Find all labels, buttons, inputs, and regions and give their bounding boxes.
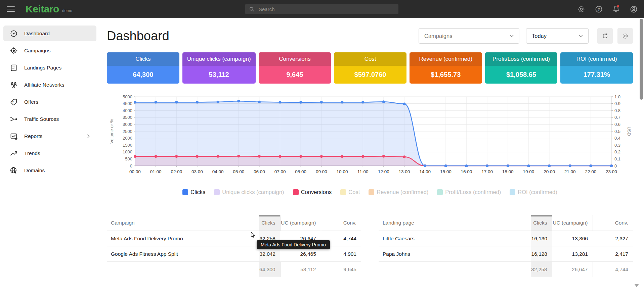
sidebar-item-offers[interactable]: $Offers	[3, 94, 96, 110]
sidebar-item-landings-pages[interactable]: Landings Pages	[3, 60, 96, 76]
conv-value: 2,327	[593, 231, 633, 246]
metric-card-revenue-confirmed[interactable]: Revenue (confirmed)$1,655.73	[410, 52, 482, 84]
search-input[interactable]	[258, 6, 387, 12]
sidebar-item-affiliate-networks[interactable]: Affiliate Networks	[3, 77, 96, 93]
search-icon	[249, 6, 255, 12]
metric-card-conversions[interactable]: Conversions9,645	[259, 52, 331, 84]
legend-swatch	[293, 189, 299, 195]
chart-settings-button[interactable]	[617, 28, 633, 44]
search-box[interactable]	[245, 4, 398, 14]
legend-item-conversions[interactable]: Conversions	[293, 189, 332, 195]
svg-text:18:00: 18:00	[502, 169, 514, 174]
svg-text:04:00: 04:00	[212, 169, 224, 174]
clicks-total: 32,258	[531, 262, 552, 277]
svg-text:22:00: 22:00	[585, 169, 596, 174]
landing-name[interactable]: Papa Johns	[379, 246, 531, 262]
svg-text:1.0: 1.0	[614, 94, 620, 99]
metric-card-clicks[interactable]: Clicks64,300	[107, 52, 179, 84]
clicks-total: 64,300	[259, 262, 280, 277]
conv-total: 4,744	[593, 262, 633, 277]
column-header-conv[interactable]: Conv.	[321, 215, 361, 231]
table-totals-row: 64,300 53,112 9,645	[107, 262, 361, 277]
campaigns-filter-select[interactable]: Campaigns	[419, 28, 519, 44]
sidebar-item-domains[interactable]: Domains	[3, 162, 96, 178]
legend-item-unique-clicks-campaign[interactable]: Unique clicks (campaign)	[214, 189, 284, 195]
legend-label: Unique clicks (campaign)	[222, 189, 284, 195]
sidebar-item-label: Domains	[24, 167, 92, 174]
svg-text:4000: 4000	[123, 108, 132, 113]
sidebar-item-reports[interactable]: Reports	[3, 128, 96, 144]
svg-text:0.8: 0.8	[614, 108, 620, 113]
svg-text:20:00: 20:00	[544, 169, 555, 174]
page-scrollbar[interactable]	[639, 18, 644, 290]
svg-text:0.3: 0.3	[614, 143, 620, 148]
date-range-select[interactable]: Today	[526, 28, 589, 44]
column-header-uc-campaign[interactable]: UC (campaign)	[552, 215, 593, 231]
sidebar: DashboardCampaignsLandings PagesAffiliat…	[0, 18, 100, 290]
settings-icon[interactable]	[577, 5, 586, 13]
metric-card-unique-clicks-campaign[interactable]: Unique clicks (campaign)53,112	[182, 52, 256, 84]
refresh-icon	[601, 32, 609, 40]
branch-icon	[10, 115, 18, 123]
sidebar-item-traffic-sources[interactable]: Traffic Sources	[3, 111, 96, 127]
svg-text:0: 0	[130, 163, 132, 168]
sidebar-item-trends[interactable]: Trends	[3, 145, 96, 161]
svg-text:01:00: 01:00	[150, 169, 162, 174]
metric-card-cost[interactable]: Cost$597.0760	[334, 52, 406, 84]
metric-card-profit-loss-confirmed[interactable]: Profit/Loss (confirmed)$1,058.65	[485, 52, 558, 84]
table-row[interactable]: Little Caesars 16,130 13,366 2,327	[379, 231, 633, 246]
column-header-landing-page[interactable]: Landing page	[379, 215, 531, 231]
metric-card-roi-confirmed[interactable]: ROI (confirmed)177.31%	[560, 52, 633, 84]
svg-text:0.9: 0.9	[614, 101, 620, 106]
svg-text:11:00: 11:00	[357, 169, 369, 174]
svg-text:Volume or %: Volume or %	[109, 119, 114, 144]
legend-item-clicks[interactable]: Clicks	[182, 189, 205, 195]
table-row[interactable]: Papa Johns 16,128 13,281 2,417	[379, 246, 633, 262]
svg-text:16:00: 16:00	[461, 169, 472, 174]
legend-item-roi-confirmed[interactable]: ROI (confirmed)	[510, 189, 557, 195]
svg-text:0.4: 0.4	[614, 136, 620, 141]
campaign-name[interactable]: Meta Ads Food Delivery Promo	[107, 231, 259, 246]
sidebar-item-campaigns[interactable]: Campaigns	[3, 43, 96, 58]
scrollbar-thumb[interactable]	[640, 19, 643, 100]
totals-empty-cell	[107, 262, 259, 277]
user-account-icon[interactable]	[629, 5, 638, 13]
legend-item-revenue-confirmed[interactable]: Revenue (confirmed)	[369, 189, 428, 195]
menu-icon[interactable]	[7, 5, 15, 13]
metric-value: $1,058.65	[506, 71, 536, 79]
help-icon[interactable]: ?	[594, 5, 603, 13]
trend-icon	[10, 149, 18, 157]
legend-item-profit-loss-confirmed[interactable]: Profit/Loss (confirmed)	[437, 189, 501, 195]
refresh-button[interactable]	[597, 28, 613, 44]
logo-demo-label: demo	[62, 8, 72, 13]
sidebar-item-dashboard[interactable]: Dashboard	[3, 26, 96, 41]
svg-text:13:00: 13:00	[399, 169, 410, 174]
svg-text:12:00: 12:00	[378, 169, 389, 174]
column-header-clicks[interactable]: Clicks	[259, 215, 280, 231]
gauge-icon	[10, 30, 18, 38]
svg-text:0.2: 0.2	[614, 149, 620, 154]
column-header-conv[interactable]: Conv.	[593, 215, 633, 231]
landing-name[interactable]: Little Caesars	[379, 231, 531, 246]
uc-total: 26,647	[552, 262, 593, 277]
legend-swatch	[369, 189, 374, 195]
legend-swatch	[437, 189, 443, 195]
legend-swatch	[214, 189, 220, 195]
column-header-uc-campaign[interactable]: UC (campaign)	[280, 215, 321, 231]
row-tooltip: Meta Ads Food Delivery Promo	[257, 240, 330, 249]
app-logo[interactable]: Keitaro	[26, 3, 59, 15]
legend-swatch	[510, 189, 515, 195]
legend-item-cost[interactable]: Cost	[340, 189, 360, 195]
column-header-clicks[interactable]: Clicks	[531, 215, 552, 231]
svg-text:2000: 2000	[123, 136, 132, 141]
scroll-down-icon[interactable]	[634, 284, 639, 287]
globe-icon	[10, 166, 18, 175]
svg-text:06:00: 06:00	[254, 169, 265, 174]
table-totals-row: 32,258 26,647 4,744	[379, 262, 633, 277]
notifications-bell-icon[interactable]	[612, 5, 620, 13]
svg-text:USD: USD	[627, 127, 632, 136]
metric-cards-row: Clicks64,300Unique clicks (campaign)53,1…	[107, 52, 633, 84]
campaign-name[interactable]: Google Ads Fitness App Split	[107, 246, 259, 262]
svg-text:21:00: 21:00	[564, 169, 576, 174]
column-header-campaign[interactable]: Campaign	[107, 215, 259, 231]
